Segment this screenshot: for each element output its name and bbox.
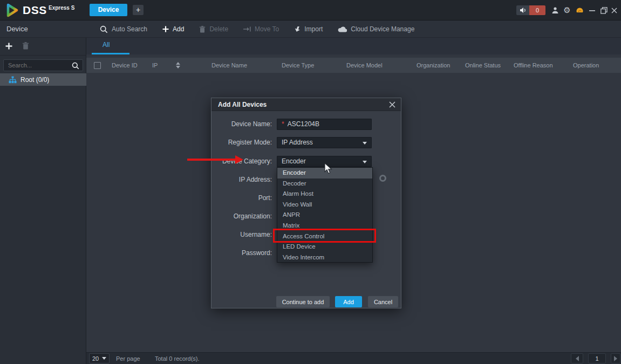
dropdown-option-alarm-host[interactable]: Alarm Host	[277, 189, 372, 200]
dropdown-option-anpr[interactable]: ANPR	[277, 210, 372, 221]
logo-subtitle: Express S	[49, 5, 74, 11]
register-mode-select[interactable]: IP Address	[277, 137, 372, 148]
dialog-titlebar: Add All Devices	[211, 98, 401, 111]
toolbar-add[interactable]: Add	[162, 25, 184, 33]
alarm-sound-button[interactable]	[516, 5, 529, 15]
device-name-input[interactable]: * ASC1204B	[277, 119, 372, 130]
toolbar-delete-label: Delete	[209, 25, 228, 33]
restore-icon	[600, 7, 608, 14]
prev-page-button[interactable]	[571, 353, 583, 363]
gear-icon: ⚙	[563, 5, 570, 15]
field-device-name: Device Name: * ASC1204B	[211, 118, 401, 130]
col-organization[interactable]: Organization	[410, 62, 459, 68]
alert-count-badge[interactable]: 0	[529, 5, 545, 15]
chevron-down-icon	[363, 161, 367, 163]
tabstrip: All	[86, 38, 621, 54]
current-page-button[interactable]: 1	[588, 353, 606, 363]
register-mode-value: IP Address	[282, 139, 313, 146]
col-operation[interactable]: Operation	[567, 62, 621, 68]
toolbar-add-label: Add	[173, 25, 184, 33]
dss-logo-icon	[5, 3, 20, 17]
col-device-id[interactable]: Device ID	[105, 62, 146, 68]
ip-address-label: IP Address:	[211, 176, 272, 183]
delete-organization-button[interactable]	[22, 42, 29, 50]
col-device-type[interactable]: Device Type	[275, 62, 340, 68]
pagination-bar: 20 Per page Total 0 record(s). 1	[86, 352, 621, 364]
device-category-value: Encoder	[282, 157, 306, 165]
search-input[interactable]	[4, 60, 83, 71]
restore-button[interactable]	[599, 6, 608, 15]
cancel-button[interactable]: Cancel	[368, 296, 398, 307]
sidebar-divider	[0, 55, 86, 56]
close-button[interactable]	[610, 6, 618, 15]
dropdown-option-access-control[interactable]: Access Control	[277, 231, 372, 242]
password-label: Password:	[211, 249, 272, 257]
chevron-down-icon	[102, 357, 106, 360]
toolbar-import-label: Import	[304, 25, 323, 33]
device-toolbar: Auto Search Add Delete Move To Import Cl…	[100, 20, 414, 38]
toolbar-delete[interactable]: Delete	[199, 25, 228, 33]
toolbar-cloud-device-manage[interactable]: Cloud Device Manage	[338, 25, 414, 33]
tree-item-root[interactable]: Root (0/0)	[0, 73, 86, 86]
col-online-status[interactable]: Online Status	[459, 62, 507, 68]
toolbar-move-to-label: Move To	[255, 25, 279, 33]
mouse-cursor-icon	[324, 163, 333, 175]
chevron-down-icon	[363, 142, 367, 145]
header-checkbox-cell	[86, 62, 105, 69]
search-icon	[100, 25, 108, 33]
guide-icon	[576, 6, 584, 14]
annotation-arrow-icon	[235, 155, 243, 164]
cloud-icon	[338, 26, 347, 32]
toolbar-cloud-label: Cloud Device Manage	[351, 25, 414, 33]
dropdown-option-matrix[interactable]: Matrix	[277, 221, 372, 231]
col-device-name[interactable]: Device Name	[205, 62, 275, 68]
per-page-select[interactable]: 20	[89, 353, 110, 363]
wizard-guide-button[interactable]	[575, 6, 584, 15]
settings-button[interactable]: ⚙	[563, 5, 571, 16]
col-ip-label: IP	[152, 62, 158, 68]
tree-item-root-label: Root (0/0)	[21, 76, 49, 84]
toolbar-auto-search[interactable]: Auto Search	[100, 25, 147, 33]
add-organization-button[interactable]	[5, 43, 12, 50]
col-offline-reason[interactable]: Offline Reason	[507, 62, 567, 68]
device-tree-sidebar	[0, 38, 86, 364]
organization-label: Organization:	[211, 212, 272, 220]
dss-express-app: { "app": { "logo_text": "DSS", "logo_sup…	[0, 0, 621, 364]
toolbar-move-to[interactable]: Move To	[243, 25, 279, 33]
annotation-arrow-shaft	[187, 159, 236, 161]
field-register-mode: Register Mode: IP Address	[211, 136, 401, 148]
device-name-value: ASC1204B	[288, 120, 319, 128]
total-records-label: Total 0 record(s).	[155, 355, 200, 362]
sidebar-search	[3, 59, 83, 71]
dropdown-option-decoder[interactable]: Decoder	[277, 178, 372, 189]
dropdown-option-led-device[interactable]: LED Device	[277, 242, 372, 252]
tab-device[interactable]: Device	[90, 4, 127, 16]
dropdown-option-video-wall[interactable]: Video Wall	[277, 200, 372, 210]
dialog-close-button[interactable]	[389, 101, 395, 108]
minimize-button[interactable]	[588, 6, 596, 15]
register-mode-label: Register Mode:	[211, 139, 272, 146]
search-icon	[72, 62, 79, 70]
sort-icon[interactable]	[176, 62, 180, 68]
tab-all[interactable]: All	[103, 41, 110, 49]
toolbar-import[interactable]: Import	[294, 25, 323, 33]
new-tab-button[interactable]: +	[133, 5, 144, 15]
move-to-icon	[243, 26, 251, 32]
close-icon	[611, 8, 617, 13]
user-account-button[interactable]	[551, 6, 559, 15]
minimize-icon	[589, 7, 595, 13]
dropdown-option-video-intercom[interactable]: Video Intercom	[277, 252, 372, 263]
col-device-model[interactable]: Device Model	[340, 62, 410, 68]
port-label: Port:	[211, 194, 272, 202]
required-mark: *	[282, 120, 284, 128]
add-button[interactable]: Add	[335, 296, 362, 307]
table-header-row: Device ID IP Device Name Device Type Dev…	[86, 58, 621, 73]
device-category-dropdown: Encoder Decoder Alarm Host Video Wall AN…	[277, 167, 373, 263]
trash-icon	[199, 26, 206, 33]
continue-to-add-button[interactable]: Continue to add	[276, 296, 330, 307]
dialog-title: Add All Devices	[218, 101, 267, 108]
next-page-button[interactable]	[611, 353, 620, 363]
per-page-label: Per page	[116, 355, 140, 362]
select-all-checkbox[interactable]	[94, 62, 101, 69]
col-ip[interactable]: IP	[146, 62, 205, 68]
